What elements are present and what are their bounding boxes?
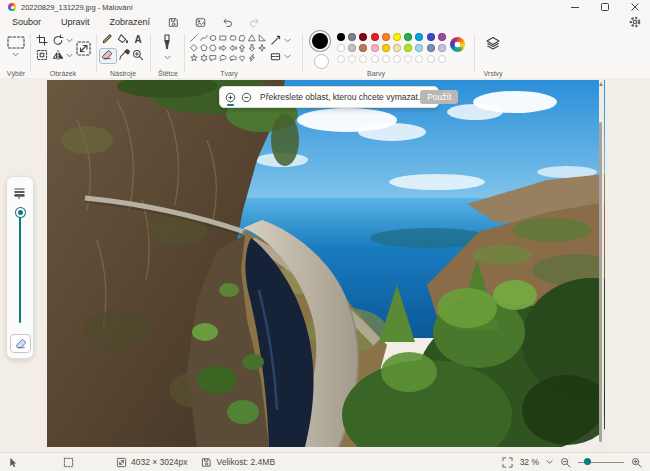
color-swatch[interactable] xyxy=(359,33,367,41)
canvas-image[interactable] xyxy=(47,80,605,447)
color-swatch-empty[interactable] xyxy=(393,55,401,63)
shape-diamond[interactable] xyxy=(189,43,199,53)
shape-polygon[interactable] xyxy=(237,33,247,43)
pencil-tool-icon[interactable] xyxy=(101,33,113,45)
eyedropper-tool-icon[interactable] xyxy=(118,49,130,61)
color-swatch[interactable] xyxy=(393,44,401,52)
color-swatch[interactable] xyxy=(404,44,412,52)
color-swatch-empty[interactable] xyxy=(382,55,390,63)
shape-heart[interactable] xyxy=(237,53,247,63)
shape-star-5[interactable] xyxy=(189,53,199,63)
resize-icon[interactable] xyxy=(76,41,91,56)
rotate-dropdown-chevron-icon[interactable] xyxy=(66,38,73,43)
shape-ellipse[interactable] xyxy=(208,33,218,43)
close-button[interactable] xyxy=(620,0,650,14)
brush-dropdown-chevron-icon[interactable] xyxy=(164,55,171,60)
shape-rounded-rectangle[interactable] xyxy=(228,33,238,43)
shape-arrow-up[interactable] xyxy=(237,43,247,53)
color-swatch[interactable] xyxy=(371,44,379,52)
apply-button[interactable]: Použít xyxy=(420,90,458,104)
select-pixels-icon[interactable] xyxy=(36,49,48,61)
color-2-swatch[interactable] xyxy=(314,54,329,69)
color-swatch[interactable] xyxy=(393,33,401,41)
color-swatch[interactable] xyxy=(348,44,356,52)
shape-triangle[interactable] xyxy=(247,33,257,43)
redo-icon[interactable] xyxy=(246,15,262,29)
shape-curve[interactable] xyxy=(199,33,209,43)
shape-outline-icon[interactable] xyxy=(270,35,281,46)
color-swatch[interactable] xyxy=(348,33,356,41)
color-swatch-empty[interactable] xyxy=(371,55,379,63)
crop-icon[interactable] xyxy=(36,34,48,46)
settings-gear-icon[interactable] xyxy=(628,15,642,29)
color-swatch[interactable] xyxy=(427,44,435,52)
maximize-button[interactable] xyxy=(590,0,620,14)
color-swatch[interactable] xyxy=(359,44,367,52)
shape-star-4[interactable] xyxy=(257,43,267,53)
color-swatch-empty[interactable] xyxy=(337,55,345,63)
scrollbar-up-arrow-icon[interactable] xyxy=(599,82,603,86)
color-swatch[interactable] xyxy=(382,33,390,41)
color-swatch-empty[interactable] xyxy=(438,55,446,63)
remove-area-icon[interactable] xyxy=(241,89,252,105)
color-swatch-empty[interactable] xyxy=(348,55,356,63)
minimize-button[interactable] xyxy=(560,0,590,14)
zoom-in-icon[interactable] xyxy=(631,457,642,468)
shape-rectangle[interactable] xyxy=(218,33,228,43)
eraser-tool-selected[interactable] xyxy=(99,48,117,64)
zoom-level[interactable]: 32 % xyxy=(520,457,539,467)
color-swatch-empty[interactable] xyxy=(404,55,412,63)
menu-soubor[interactable]: Soubor xyxy=(8,16,45,28)
brush-tool-icon[interactable] xyxy=(160,34,174,50)
layers-icon[interactable] xyxy=(485,36,501,52)
fill-tool-icon[interactable] xyxy=(117,33,129,45)
color-swatch[interactable] xyxy=(415,44,423,52)
zoom-out-icon[interactable] xyxy=(560,457,571,468)
flip-icon[interactable] xyxy=(52,49,64,61)
color-swatch-empty[interactable] xyxy=(415,55,423,63)
color-1-swatch[interactable] xyxy=(312,33,328,49)
color-swatch[interactable] xyxy=(371,33,379,41)
color-swatch-empty[interactable] xyxy=(359,55,367,63)
size-slider-thumb[interactable] xyxy=(16,208,25,217)
shape-arrow-down[interactable] xyxy=(247,43,257,53)
magnifier-tool-icon[interactable] xyxy=(132,49,144,61)
shape-callout-cloud[interactable] xyxy=(228,53,238,63)
shape-callout-oval[interactable] xyxy=(218,53,228,63)
color-swatch[interactable] xyxy=(427,33,435,41)
color-swatch[interactable] xyxy=(337,33,345,41)
zoom-slider[interactable] xyxy=(578,457,624,467)
shape-hexagon[interactable] xyxy=(208,43,218,53)
undo-icon[interactable] xyxy=(219,15,235,29)
shape-fill-chevron-icon[interactable] xyxy=(284,54,291,59)
fit-to-screen-icon[interactable] xyxy=(502,457,513,468)
rotate-icon[interactable] xyxy=(52,34,64,46)
color-swatch[interactable] xyxy=(438,33,446,41)
flip-dropdown-chevron-icon[interactable] xyxy=(66,53,73,58)
color-swatch[interactable] xyxy=(438,44,446,52)
shape-fill-icon[interactable] xyxy=(270,51,281,62)
menu-upravit[interactable]: Upravit xyxy=(57,16,94,28)
add-area-icon[interactable] xyxy=(225,89,236,105)
shape-line[interactable] xyxy=(189,33,199,43)
edit-colors-wheel-icon[interactable] xyxy=(450,37,465,52)
color-swatch[interactable] xyxy=(337,44,345,52)
image-icon[interactable] xyxy=(192,15,208,29)
canvas[interactable]: Překreslete oblast, kterou chcete vymaza… xyxy=(47,80,605,447)
color-swatch[interactable] xyxy=(415,33,423,41)
color-swatch[interactable] xyxy=(404,33,412,41)
scrollbar-thumb[interactable] xyxy=(599,122,602,442)
save-icon[interactable] xyxy=(165,15,181,29)
color-swatch-empty[interactable] xyxy=(427,55,435,63)
menu-zobrazeni[interactable]: Zobrazení xyxy=(106,16,155,28)
shape-outline-chevron-icon[interactable] xyxy=(284,38,291,43)
size-slider-track[interactable] xyxy=(19,213,22,323)
shape-callout-rect[interactable] xyxy=(208,53,218,63)
zoom-dropdown-chevron-icon[interactable] xyxy=(546,459,553,465)
vertical-scrollbar[interactable] xyxy=(599,80,604,454)
shape-arrow-right[interactable] xyxy=(218,43,228,53)
generative-eraser-button[interactable] xyxy=(10,334,31,353)
select-dropdown-chevron-icon[interactable] xyxy=(12,52,19,57)
color-swatch[interactable] xyxy=(382,44,390,52)
select-tool-icon[interactable] xyxy=(7,36,25,49)
